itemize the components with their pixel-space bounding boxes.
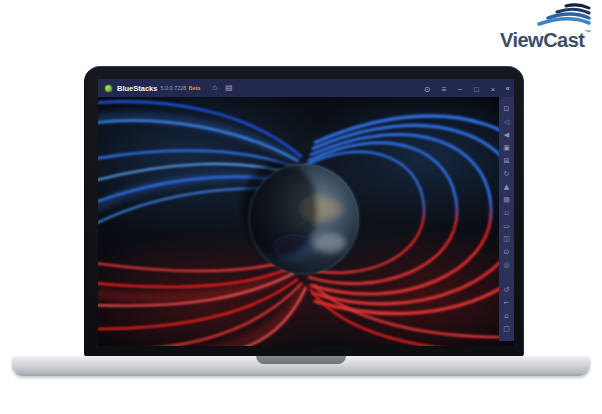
window-controls: ⊙ ≡ − □ × (420, 79, 498, 99)
multi-instance-icon[interactable]: ◫ (500, 233, 513, 246)
brand-trademark: ™ (585, 29, 591, 35)
bluestacks-sidebar: ⊡◁◀▣⊠↻▲▤▫▭◫⊙◎ ↺←⌂□ (499, 97, 514, 341)
brand-swoosh-icon (530, 2, 592, 30)
app-title: BlueStacks (117, 84, 157, 93)
bluestacks-logo-icon (104, 84, 113, 93)
record-icon[interactable]: ◎ (500, 259, 513, 272)
close-icon[interactable]: × (490, 85, 495, 94)
brand-name: ViewCast™ (500, 29, 590, 52)
shake-icon[interactable]: ▫ (500, 207, 513, 220)
bluestacks-titlebar: BlueStacks 5.0.0.7228 Beta ⌂ ▤ ⊙ ≡ − □ ×… (98, 79, 514, 97)
volume-up-icon[interactable]: ◁ (500, 116, 513, 129)
sidebar-tools: ⊡◁◀▣⊠↻▲▤▫▭◫⊙◎ (500, 103, 513, 272)
android-home-icon[interactable]: ⌂ (500, 310, 513, 323)
home-icon[interactable]: ⌂ (212, 79, 217, 97)
settings-icon[interactable]: ⊙ (500, 246, 513, 259)
sync-icon[interactable]: ↻ (500, 168, 513, 181)
back-icon[interactable]: ← (500, 297, 513, 310)
page-background: ViewCast™ (0, 0, 602, 414)
maximize-icon[interactable]: □ (474, 85, 479, 94)
laptop-base-notch (256, 356, 346, 364)
media-manager-icon[interactable]: ▤ (225, 79, 233, 97)
install-apk-icon[interactable]: ▲ (500, 181, 513, 194)
folder-icon[interactable]: ▭ (500, 220, 513, 233)
version-label: 5.0.0.7228 (160, 85, 186, 91)
rotate-icon[interactable]: ↺ (500, 284, 513, 297)
sidebar-android-nav: ↺←⌂□ (500, 284, 513, 336)
laptop-screen: BlueStacks 5.0.0.7228 Beta ⌂ ▤ ⊙ ≡ − □ ×… (98, 79, 514, 346)
collapse-sidebar-icon[interactable]: « (506, 84, 510, 93)
menu-icon[interactable]: ≡ (442, 85, 447, 94)
laptop-base (12, 356, 590, 376)
recent-apps-icon[interactable]: □ (500, 323, 513, 336)
laptop-screen-bezel: BlueStacks 5.0.0.7228 Beta ⌂ ▤ ⊙ ≡ − □ ×… (84, 66, 524, 357)
beta-badge: Beta (188, 85, 200, 91)
fullscreen-icon[interactable]: ⊡ (500, 103, 513, 116)
camera-icon[interactable]: ⊠ (500, 155, 513, 168)
minimize-icon[interactable]: − (458, 85, 463, 94)
earth-magnetosphere-wallpaper (98, 97, 514, 346)
volume-down-icon[interactable]: ◀ (500, 129, 513, 142)
macro-recorder-icon[interactable]: ▤ (500, 194, 513, 207)
screenshot-icon[interactable]: ▣ (500, 142, 513, 155)
brand-logo: ViewCast™ (484, 2, 594, 54)
boost-icon[interactable]: ⊙ (424, 85, 431, 94)
